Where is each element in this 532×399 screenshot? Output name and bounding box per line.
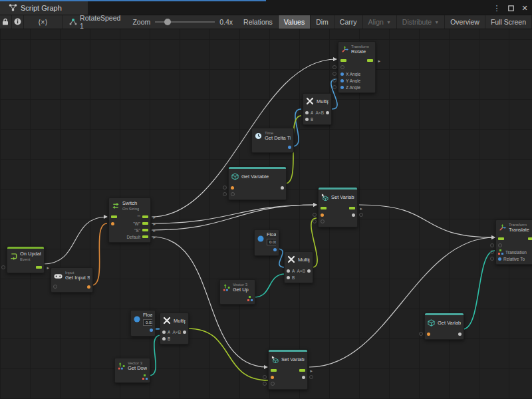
breadcrumb[interactable]: RotateSpeed 1 xyxy=(63,15,127,29)
multiply-mid-node[interactable]: MultiplyAA×BB xyxy=(284,251,313,283)
graph-canvas[interactable]: TransformRotate▸X AngleY AngleZ AngleMul… xyxy=(0,29,532,399)
toolbar-buttons: RelationsValuesDimCarryAlign▼Distribute▼… xyxy=(238,15,532,29)
empty-port[interactable] xyxy=(340,65,344,69)
info-button[interactable] xyxy=(12,15,24,29)
breadcrumb-label: RotateSpeed 1 xyxy=(80,14,120,30)
translate-node[interactable]: TransformTranslate▸TranslationRelative T… xyxy=(495,219,532,265)
on-update-node[interactable]: On UpdateEvent▸ xyxy=(7,246,45,273)
get-up-node[interactable]: Vector 3Get Up xyxy=(219,279,255,305)
vector3-port[interactable] xyxy=(247,296,253,301)
get-delta-time-node[interactable]: TimeGet Delta Time xyxy=(251,128,294,153)
close-icon[interactable]: ✕ xyxy=(520,3,529,13)
empty-port[interactable] xyxy=(231,192,235,196)
port-row: "S"▸ xyxy=(109,227,150,233)
node-title: Set Variable xyxy=(281,357,305,363)
flow-port[interactable] xyxy=(111,215,117,218)
toolbar-button-dim[interactable]: Dim xyxy=(311,15,334,29)
orange-value-port[interactable] xyxy=(87,285,90,289)
blue-value-port[interactable] xyxy=(273,248,277,251)
pale-value-port[interactable] xyxy=(162,337,166,340)
pale-value-port[interactable] xyxy=(326,111,329,114)
toolbar-button-relations[interactable]: Relations xyxy=(238,15,279,29)
pale-value-port[interactable] xyxy=(287,276,290,279)
set-variable-bottom-node[interactable]: Set Variable▸ xyxy=(268,349,308,390)
empty-port[interactable] xyxy=(498,243,502,247)
toolbar-button-carry[interactable]: Carry xyxy=(334,15,363,29)
flow-port[interactable] xyxy=(340,59,346,62)
flow-port[interactable] xyxy=(142,229,148,231)
port-row xyxy=(252,144,293,150)
pale-value-port[interactable] xyxy=(305,118,309,121)
pale-value-port[interactable] xyxy=(352,213,355,217)
port-label: "" xyxy=(137,215,140,219)
toolbar-button-values[interactable]: Values xyxy=(279,15,311,29)
port-row xyxy=(51,283,92,290)
insert-group-button[interactable]: ⟨×⟩ xyxy=(24,15,63,29)
pale-value-port[interactable] xyxy=(307,269,311,273)
switch-node[interactable]: SwitchOn String""▸"W"▸"S"▸Default▸ xyxy=(108,198,151,243)
chevron-down-icon: ▼ xyxy=(386,20,391,25)
port-label: X Angle xyxy=(346,72,360,76)
empty-port[interactable] xyxy=(271,382,275,386)
pale-value-port[interactable] xyxy=(162,331,166,334)
pale-value-port[interactable] xyxy=(281,186,284,190)
flow-port[interactable] xyxy=(528,237,532,240)
toolbar-button-align: Align▼ xyxy=(363,15,397,29)
orange-value-port[interactable] xyxy=(427,332,430,336)
multiply-top-node[interactable]: MultiplyAA×BB xyxy=(303,93,332,125)
transform-icon xyxy=(341,44,348,56)
node-header: Vector 3Get Up xyxy=(220,280,255,295)
pale-value-port[interactable] xyxy=(302,376,305,379)
tab-script-graph[interactable]: Script Graph xyxy=(0,1,88,15)
flow-port[interactable] xyxy=(36,266,42,269)
zoom-slider[interactable] xyxy=(155,21,215,23)
blue-value-port[interactable] xyxy=(340,79,344,82)
value-field[interactable]: 0.01 xyxy=(267,239,276,245)
toolbar-button-full-screen[interactable]: Full Screen xyxy=(485,15,532,29)
vector3-port[interactable] xyxy=(142,374,148,380)
empty-port[interactable] xyxy=(321,219,325,223)
node-header: Multiply xyxy=(303,94,331,109)
flow-port[interactable] xyxy=(367,59,373,62)
blue-value-port[interactable] xyxy=(340,72,344,76)
more-menu-icon[interactable]: ⋮ xyxy=(492,3,501,13)
orange-value-port[interactable] xyxy=(231,186,234,190)
blue-value-port[interactable] xyxy=(498,257,501,261)
flow-port[interactable] xyxy=(142,235,148,238)
flow-port[interactable] xyxy=(498,237,504,240)
flow-port[interactable] xyxy=(142,222,148,225)
blue-value-port[interactable] xyxy=(150,329,153,332)
flow-port[interactable] xyxy=(271,369,277,372)
zoom-slider-thumb[interactable] xyxy=(164,19,171,25)
get-input-string-node[interactable]: InputGet Input String xyxy=(51,267,93,293)
flow-port[interactable] xyxy=(349,207,355,209)
set-variable-mid-node[interactable]: Set Variable▸ xyxy=(318,187,358,227)
get-variable-br-node[interactable]: Get Variable xyxy=(424,313,464,340)
pale-value-port[interactable] xyxy=(458,332,462,336)
empty-port[interactable] xyxy=(53,285,57,289)
blue-value-port[interactable] xyxy=(340,86,344,89)
pale-value-port[interactable] xyxy=(305,111,309,114)
orange-value-port[interactable] xyxy=(271,376,274,379)
blue-value-port[interactable] xyxy=(288,146,291,149)
toolbar-button-overview[interactable]: Overview xyxy=(445,15,485,29)
flow-port[interactable] xyxy=(321,207,327,209)
vector3-port[interactable] xyxy=(498,249,503,255)
maximize-icon[interactable] xyxy=(506,3,515,13)
rotate-node[interactable]: TransformRotate▸X AngleY AngleZ Angle xyxy=(338,41,376,93)
pale-value-port[interactable] xyxy=(287,269,290,273)
float-bottom-node[interactable]: Float0.01 xyxy=(130,310,156,336)
pale-value-port[interactable] xyxy=(183,331,186,334)
get-down-node[interactable]: Vector 3Get Down xyxy=(114,358,150,383)
orange-value-port[interactable] xyxy=(321,213,324,217)
orange-value-port[interactable] xyxy=(111,222,114,225)
flow-port[interactable] xyxy=(299,369,305,372)
value-field[interactable]: 0.01 xyxy=(143,319,152,326)
flow-port[interactable] xyxy=(142,215,148,218)
node-header: SwitchOn String xyxy=(109,198,150,213)
get-variable-top-node[interactable]: Get Variable xyxy=(228,166,287,200)
multiply-bottom-node[interactable]: MultiplyAA×BB xyxy=(160,313,189,344)
multiply-icon xyxy=(287,254,295,266)
float-mid-node[interactable]: Float0.01 xyxy=(254,229,279,256)
lock-button[interactable] xyxy=(0,15,12,29)
